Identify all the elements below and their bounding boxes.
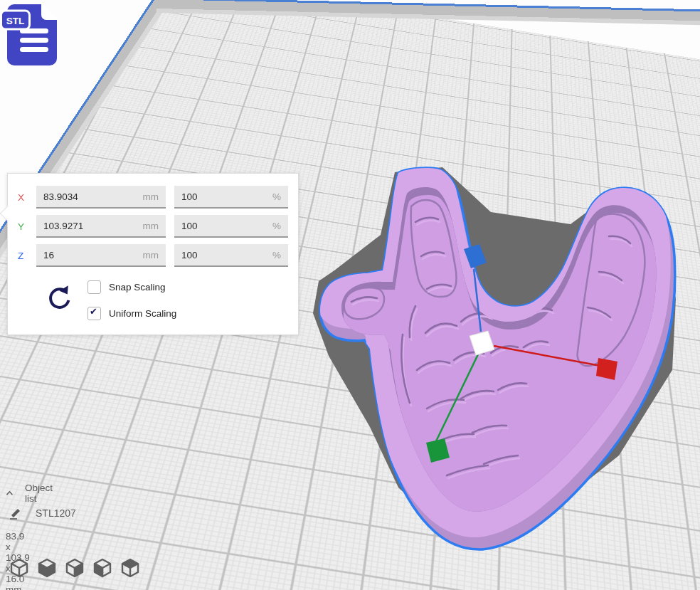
z-size-unit: mm [143,250,159,260]
scale-row-y: Y mm % [18,214,288,238]
x-size-field[interactable]: mm [36,186,166,209]
object-list-label: Object list [25,483,55,504]
chevron-up-icon [6,489,14,497]
viewport: STL X mm % Y mm [0,0,700,590]
scale-row-x: X mm % [18,185,288,209]
uniform-scaling-checkbox[interactable] [88,307,101,320]
page-fold [41,3,58,20]
y-axis-label: Y [18,221,36,232]
view-front-icon[interactable] [36,557,58,579]
y-size-unit: mm [143,221,159,231]
y-size-input[interactable] [43,221,139,231]
view-top-icon[interactable] [120,557,141,579]
view-right-icon[interactable] [64,557,85,579]
stl-file-icon: STL [0,0,65,70]
z-percent-field[interactable]: % [174,244,288,267]
pencil-icon [9,507,23,520]
view-3d-icon[interactable] [9,557,30,579]
stl-badge-label: STL [6,16,25,26]
scale-tool-panel: X mm % Y mm % [7,173,299,335]
snap-scaling-row: Snap Scaling [88,280,176,293]
y-size-field[interactable]: mm [36,215,166,238]
x-percent-field[interactable]: % [174,186,288,209]
x-size-unit: mm [143,191,159,202]
x-axis-label: X [18,192,36,203]
z-axis-label: Z [18,251,36,261]
selected-object-name: STL1207 [36,507,76,519]
uniform-scaling-row: Uniform Scaling [88,307,176,320]
y-percent-field[interactable]: % [174,215,288,238]
x-percent-input[interactable] [181,191,268,202]
reset-scale-button[interactable] [45,283,73,312]
y-percent-input[interactable] [181,221,268,231]
document-lines [20,28,48,52]
object-list-toggle[interactable]: Object list [6,483,55,504]
y-percent-unit: % [272,221,281,231]
z-percent-unit: % [272,250,281,260]
reset-icon [45,283,73,312]
uniform-scaling-label: Uniform Scaling [109,308,176,319]
selected-object-row[interactable]: STL1207 [9,507,76,520]
z-size-field[interactable]: mm [36,244,166,267]
view-left-icon[interactable] [92,557,113,579]
snap-scaling-checkbox[interactable] [88,280,101,294]
z-percent-input[interactable] [181,250,268,260]
x-percent-unit: % [272,191,281,202]
z-size-input[interactable] [43,250,139,260]
snap-scaling-label: Snap Scaling [109,282,166,293]
x-size-input[interactable] [43,191,139,202]
camera-view-toolbar [9,557,141,579]
scale-row-z: Z mm % [18,243,288,268]
